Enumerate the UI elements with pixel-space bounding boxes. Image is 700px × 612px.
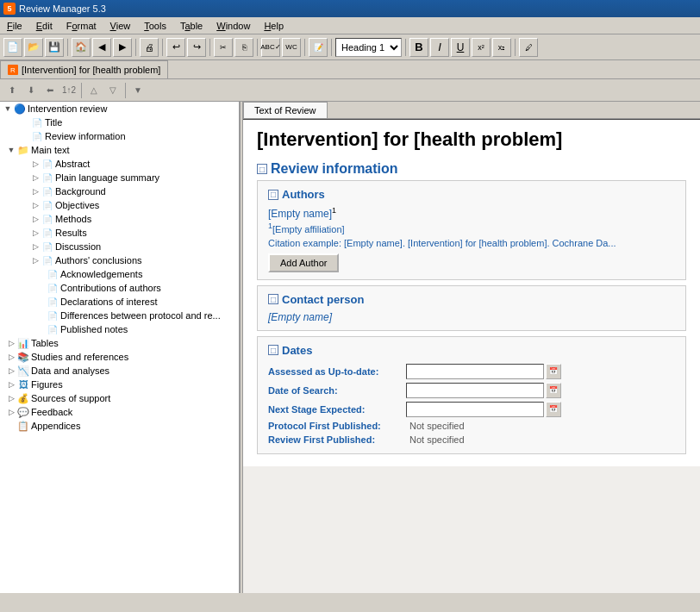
- nav-down-btn[interactable]: ⬇: [22, 82, 40, 99]
- nav-home-btn[interactable]: 1↑2: [60, 82, 78, 99]
- tables-icon: 📊: [17, 337, 29, 349]
- italic-button[interactable]: I: [430, 38, 449, 57]
- copy-button[interactable]: ⎘: [234, 38, 253, 57]
- document-tab[interactable]: R [Intervention] for [health problem]: [0, 60, 168, 78]
- date-label-0: Assessed as Up-to-date:: [268, 366, 406, 377]
- highlight-button[interactable]: 🖊: [519, 38, 538, 57]
- new-button[interactable]: 📄: [3, 38, 22, 57]
- expand-icon: ▷: [31, 256, 40, 265]
- sidebar-item-tables[interactable]: ▷ 📊 Tables: [0, 336, 239, 350]
- date-value-4: Not specified: [409, 434, 465, 445]
- citation-prefix: Citation example:: [268, 238, 344, 248]
- dates-collapse[interactable]: □: [268, 345, 278, 355]
- expand-icon-tables: ▷: [7, 339, 16, 347]
- sidebar-item-discussion[interactable]: ▷ 📄 Discussion: [0, 240, 239, 253]
- superscript-button[interactable]: x²: [472, 38, 491, 57]
- date-cal-0[interactable]: 📅: [546, 364, 561, 379]
- sep6: [304, 39, 305, 56]
- contact-title: Contact person: [282, 293, 364, 306]
- published-icon: 📄: [47, 323, 59, 335]
- sidebar-label-discussion: Discussion: [55, 241, 101, 252]
- appendix-icon: 📋: [17, 420, 29, 432]
- sidebar-item-authors-conclusions[interactable]: ▷ 📄 Authors' conclusions: [0, 253, 239, 267]
- nav-next[interactable]: ▶: [113, 38, 132, 57]
- expand-icon-sources: ▷: [7, 394, 16, 403]
- sidebar-label-decl: Declarations of interest: [60, 297, 158, 307]
- menu-table[interactable]: Table: [173, 19, 209, 33]
- contact-section: □ Contact person [Empty name]: [257, 285, 686, 331]
- bold-button[interactable]: B: [409, 38, 428, 57]
- underline-button[interactable]: U: [451, 38, 470, 57]
- doc-tab-label: [Intervention] for [health problem]: [22, 65, 160, 75]
- menu-tools[interactable]: Tools: [137, 19, 173, 33]
- word-count[interactable]: WC: [282, 38, 301, 57]
- date-cal-2[interactable]: 📅: [546, 402, 561, 417]
- sidebar-item-figures[interactable]: ▷ 🖼 Figures: [0, 378, 239, 391]
- expand-icon: ▷: [31, 242, 40, 251]
- subscript-button[interactable]: x₂: [492, 38, 511, 57]
- date-input-2[interactable]: [406, 402, 544, 417]
- conclusions-icon: 📄: [41, 254, 53, 266]
- sidebar-item-background[interactable]: ▷ 📄 Background: [0, 184, 239, 198]
- sidebar-label-ack: Acknowledgements: [60, 269, 142, 279]
- content-tab-bar: Text of Review: [243, 102, 700, 120]
- sidebar-item-results[interactable]: ▷ 📄 Results: [0, 226, 239, 240]
- sidebar-item-studies[interactable]: ▷ 📚 Studies and references: [0, 350, 239, 364]
- data-icon: 📉: [17, 365, 29, 377]
- nav-move-up[interactable]: △: [85, 82, 103, 99]
- add-author-button[interactable]: Add Author: [268, 253, 339, 272]
- nav-prev[interactable]: ◀: [92, 38, 111, 57]
- nav-up-btn[interactable]: ⬆: [3, 82, 21, 99]
- expand-icon-root: ▼: [3, 104, 12, 113]
- sidebar-item-review-info[interactable]: 📄 Review information: [0, 129, 239, 143]
- nav-sep: [81, 83, 82, 98]
- print-button[interactable]: 🖨: [140, 38, 159, 57]
- open-button[interactable]: 📂: [24, 38, 43, 57]
- menu-window[interactable]: Window: [209, 19, 257, 33]
- sidebar-item-sources[interactable]: ▷ 💰 Sources of support: [0, 391, 239, 405]
- text-of-review-tab[interactable]: Text of Review: [243, 102, 328, 118]
- figures-icon: 🖼: [17, 378, 29, 390]
- undo-button[interactable]: ↩: [166, 38, 185, 57]
- date-cal-1[interactable]: 📅: [546, 383, 561, 398]
- sidebar-item-main-text[interactable]: ▼ 📁 Main text: [0, 143, 239, 157]
- sidebar-item-methods[interactable]: ▷ 📄 Methods: [0, 212, 239, 226]
- sidebar-item-plain-lang[interactable]: ▷ 📄 Plain language summary: [0, 171, 239, 184]
- sep8: [405, 39, 406, 56]
- home-button[interactable]: 🏠: [72, 38, 91, 57]
- heading-select[interactable]: Heading 1 Heading 2 Heading 3 Normal: [335, 38, 402, 57]
- nav-move-down[interactable]: ▽: [104, 82, 122, 99]
- menu-help[interactable]: Help: [257, 19, 291, 33]
- sep2: [135, 39, 136, 56]
- sidebar-item-appendices[interactable]: 📋 Appendices: [0, 419, 239, 433]
- menu-edit[interactable]: Edit: [29, 19, 59, 33]
- menu-file[interactable]: File: [0, 19, 29, 33]
- sidebar-item-declarations[interactable]: 📄 Declarations of interest: [0, 295, 239, 309]
- spell-check[interactable]: ABC✓: [261, 38, 280, 57]
- sidebar-item-data[interactable]: ▷ 📉 Data and analyses: [0, 364, 239, 378]
- sidebar-item-published-notes[interactable]: 📄 Published notes: [0, 322, 239, 336]
- authors-collapse[interactable]: □: [268, 190, 278, 200]
- sidebar-item-contributions[interactable]: 📄 Contributions of authors: [0, 281, 239, 295]
- track-changes[interactable]: 📝: [309, 38, 328, 57]
- date-input-1[interactable]: [406, 383, 544, 398]
- date-value-3: Not specified: [409, 421, 465, 431]
- sidebar-item-objectives[interactable]: ▷ 📄 Objectives: [0, 198, 239, 212]
- nav-toolbar: ⬆ ⬇ ⬅ 1↑2 △ ▽ ▼: [0, 79, 700, 102]
- menu-format[interactable]: Format: [59, 19, 103, 33]
- redo-button[interactable]: ↪: [187, 38, 206, 57]
- sidebar-item-feedback[interactable]: ▷ 💬 Feedback: [0, 405, 239, 419]
- save-button[interactable]: 💾: [45, 38, 64, 57]
- sidebar-item-title[interactable]: 📄 Title: [0, 116, 239, 129]
- review-info-collapse[interactable]: □: [257, 164, 267, 174]
- nav-left-btn[interactable]: ⬅: [41, 82, 59, 99]
- sidebar-item-acknowledgements[interactable]: 📄 Acknowledgements: [0, 267, 239, 281]
- sidebar-item-root[interactable]: ▼ 🔵 Intervention review: [0, 102, 239, 116]
- date-input-0[interactable]: [406, 364, 544, 379]
- cut-button[interactable]: ✂: [214, 38, 233, 57]
- nav-expand[interactable]: ▼: [129, 82, 147, 99]
- sidebar-item-abstract[interactable]: ▷ 📄 Abstract: [0, 157, 239, 171]
- sidebar-item-differences[interactable]: 📄 Differences between protocol and re...: [0, 309, 239, 322]
- contact-collapse[interactable]: □: [268, 294, 278, 304]
- menu-view[interactable]: View: [103, 19, 138, 33]
